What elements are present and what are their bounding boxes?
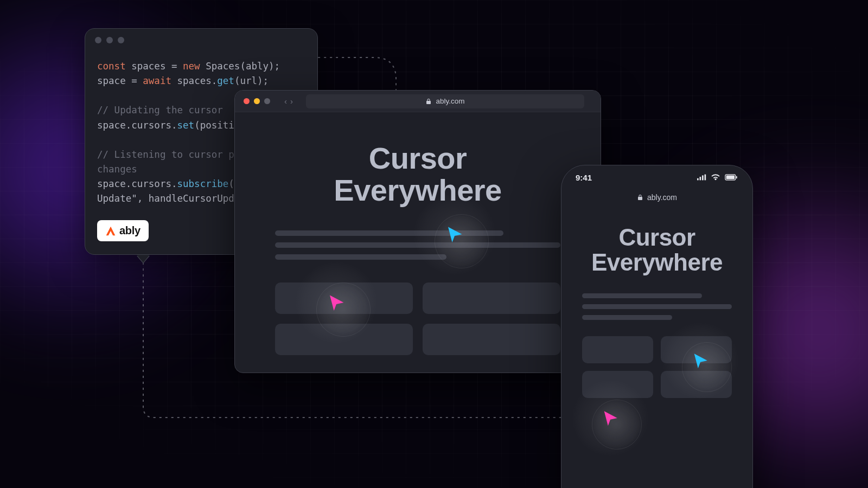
status-time: 9:41 (576, 173, 592, 182)
heading-line: Everywhere (334, 173, 501, 207)
code-fn: set (177, 120, 195, 131)
close-dot[interactable] (244, 98, 250, 104)
browser-toolbar: ‹ › ably.com (235, 91, 601, 112)
editor-titlebar (85, 29, 317, 52)
code-text: Spaces(ably); (200, 61, 280, 72)
ably-logo-icon (105, 226, 116, 236)
code-text: spaces = (126, 61, 183, 72)
wifi-icon (711, 174, 720, 181)
lock-icon (637, 194, 643, 201)
placeholder-line (275, 254, 446, 260)
svg-rect-3 (705, 175, 706, 181)
placeholder-line (275, 242, 560, 248)
address-url: ably.com (436, 97, 464, 105)
window-dot (106, 37, 113, 43)
page-heading: Cursor Everywhere (582, 225, 732, 275)
code-comment: // Updating the cursor (97, 105, 223, 115)
svg-rect-6 (736, 176, 737, 178)
code-keyword: await (143, 75, 171, 86)
placeholder-lines (582, 293, 732, 320)
svg-rect-2 (702, 175, 704, 180)
code-text: (url); (234, 75, 269, 86)
placeholder-card (275, 282, 413, 314)
back-button[interactable]: ‹ (284, 97, 287, 106)
ably-badge: ably (97, 220, 149, 241)
cursor-halo (592, 400, 642, 450)
signal-icon (697, 174, 707, 181)
code-text: space.cursors. (97, 178, 177, 189)
address-bar[interactable]: ably.com (306, 94, 584, 108)
code-keyword: new (183, 61, 200, 72)
minimize-dot[interactable] (254, 98, 260, 104)
page-heading: Cursor Everywhere (275, 143, 560, 207)
placeholder-cards (582, 336, 732, 398)
browser-content: Cursor Everywhere (235, 112, 601, 373)
phone-content: Cursor Everywhere (561, 210, 752, 398)
ably-badge-label: ably (119, 224, 141, 237)
svg-rect-0 (697, 178, 699, 181)
placeholder-line (275, 230, 503, 236)
placeholder-line (582, 293, 702, 298)
placeholder-lines (275, 230, 560, 260)
placeholder-line (582, 304, 732, 309)
placeholder-card (423, 324, 560, 355)
placeholder-cards (275, 282, 560, 355)
nav-buttons: ‹ › (284, 97, 293, 106)
code-text: space.cursors. (97, 120, 177, 131)
code-fn: get (217, 75, 234, 86)
svg-rect-1 (700, 177, 701, 180)
code-fn: subscribe (177, 178, 229, 189)
heading-line: Cursor (618, 224, 695, 251)
battery-icon (724, 174, 738, 181)
placeholder-card (582, 371, 653, 398)
browser-window: ‹ › ably.com Cursor Everywhere (234, 90, 601, 373)
window-dot (95, 37, 101, 43)
lock-icon (425, 98, 432, 105)
heading-line: Cursor (369, 141, 467, 175)
phone-address-bar[interactable]: ably.com (561, 189, 752, 206)
traffic-lights (244, 98, 270, 104)
phone-frame: 9:41 ably.com Cursor Everywhere (561, 165, 753, 488)
placeholder-card (423, 282, 560, 314)
code-text: space = (97, 75, 143, 86)
placeholder-card (661, 371, 732, 398)
placeholder-line (582, 315, 672, 320)
placeholder-card (582, 336, 653, 363)
placeholder-card (661, 336, 732, 363)
code-text: spaces. (171, 75, 217, 86)
svg-rect-5 (726, 176, 735, 179)
placeholder-card (275, 324, 413, 355)
window-dot (118, 37, 124, 43)
address-url: ably.com (647, 193, 677, 202)
cursor-icon (601, 409, 620, 427)
heading-line: Everywhere (591, 249, 723, 275)
zoom-dot[interactable] (264, 98, 270, 104)
code-keyword: const (97, 61, 126, 72)
forward-button[interactable]: › (290, 97, 293, 106)
status-bar: 9:41 (561, 165, 752, 189)
status-icons (697, 174, 738, 181)
editor-speech-nub (137, 255, 150, 262)
